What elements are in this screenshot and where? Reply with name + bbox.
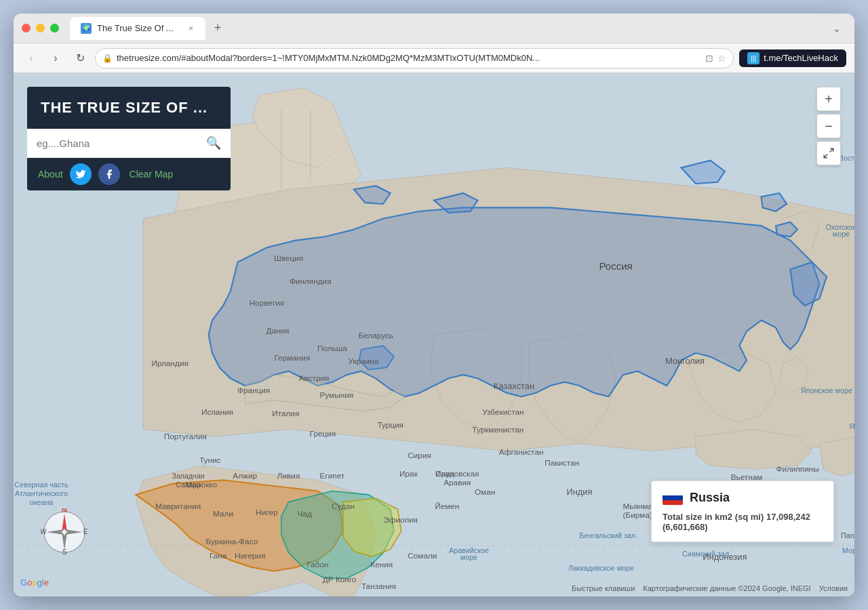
svg-text:Эфиопия: Эфиопия <box>383 515 418 524</box>
compass: N S W E <box>41 508 88 556</box>
svg-text:Оман: Оман <box>475 487 495 496</box>
svg-text:Португалия: Португалия <box>164 432 207 441</box>
svg-text:Сомали: Сомали <box>408 551 437 560</box>
svg-text:W: W <box>41 528 47 535</box>
russia-info-card: Russia Total size in km2 (sq mi) 17,098,… <box>651 481 834 542</box>
svg-text:Сирия: Сирия <box>408 451 431 460</box>
svg-text:Мавритания: Мавритания <box>155 502 201 510</box>
tab-title: The True Size Of ... <box>97 23 182 33</box>
svg-text:Ирак: Ирак <box>399 469 418 478</box>
browser-window: 🌍 The True Size Of ... × + ⌄ ‹ › ↻ 🔒 the… <box>14 14 854 596</box>
svg-text:N: N <box>62 508 67 514</box>
map-credits: Быстрые клавиши Картографические данные … <box>572 584 848 592</box>
info-card-header: Russia <box>663 491 823 505</box>
telegram-text: t.me/TechLiveHack <box>764 53 838 63</box>
nav-bar: ‹ › ↻ 🔒 thetruesize.com/#aboutModal?bord… <box>14 43 854 73</box>
close-window-button[interactable] <box>22 24 31 33</box>
size-label: Total size in km2 (sq mi) <box>663 512 764 522</box>
svg-text:Пакистан: Пакистан <box>545 458 579 467</box>
svg-text:Ирландия: Ирландия <box>152 359 189 367</box>
address-bar[interactable]: 🔒 thetruesize.com/#aboutModal?borders=1~… <box>95 48 734 68</box>
svg-text:Турция: Турция <box>377 420 403 429</box>
svg-text:Гана: Гана <box>210 551 227 560</box>
svg-text:Испания: Испания <box>201 407 233 416</box>
svg-text:Швеция: Швеция <box>274 253 303 262</box>
svg-text:Танзания: Танзания <box>361 582 396 590</box>
svg-text:Филиппины: Филиппины <box>776 464 818 473</box>
svg-text:Северная часть: Северная часть <box>14 481 68 489</box>
fullscreen-button[interactable] <box>816 141 841 165</box>
svg-text:Япония: Япония <box>849 422 854 430</box>
country-search-input[interactable] <box>27 129 197 157</box>
minimize-window-button[interactable] <box>36 24 45 33</box>
svg-text:Румыния: Румыния <box>319 390 353 399</box>
tabs-chevron-icon[interactable]: ⌄ <box>827 20 846 37</box>
app-title-box: THE TRUE SIZE OF ... <box>27 87 231 129</box>
map-data-credit: Картографические данные ©2024 Google, IN… <box>643 584 810 592</box>
translate-icon[interactable]: ⊡ <box>705 53 713 64</box>
search-button[interactable]: 🔍 <box>197 129 231 157</box>
telegram-badge[interactable]: ||| t.me/TechLiveHack <box>739 49 846 67</box>
keyboard-shortcuts[interactable]: Быстрые клавиши <box>572 584 635 592</box>
svg-text:Тунис: Тунис <box>199 455 221 464</box>
svg-text:S: S <box>62 548 67 556</box>
svg-text:море: море <box>833 230 850 238</box>
svg-text:Норвегия: Норвегия <box>250 298 285 307</box>
tab-close-button[interactable]: × <box>187 22 195 35</box>
bookmark-icon[interactable]: ☆ <box>717 53 726 64</box>
tab-favicon: 🌍 <box>81 23 92 34</box>
svg-text:Сиамский зал.: Сиамский зал. <box>682 550 731 558</box>
active-tab[interactable]: 🌍 The True Size Of ... × <box>70 17 205 40</box>
info-card-size: Total size in km2 (sq mi) 17,098,242 (6,… <box>663 512 823 532</box>
svg-text:Казахстан: Казахстан <box>494 381 534 391</box>
zoom-in-button[interactable]: + <box>816 87 841 111</box>
svg-text:Монголия: Монголия <box>665 356 705 366</box>
search-box[interactable]: 🔍 <box>27 129 231 158</box>
svg-text:Беларусь: Беларусь <box>358 331 393 340</box>
svg-text:Марокко: Марокко <box>186 480 218 489</box>
maximize-window-button[interactable] <box>50 24 59 33</box>
svg-text:Японское море: Японское море <box>801 386 852 394</box>
svg-text:Алжир: Алжир <box>233 471 257 480</box>
app-panel: THE TRUE SIZE OF ... 🔍 About Cle <box>27 87 231 190</box>
svg-text:океана: океана <box>30 498 54 506</box>
about-link[interactable]: About <box>38 169 63 180</box>
svg-line-82 <box>830 148 833 152</box>
back-button[interactable]: ‹ <box>22 49 41 68</box>
svg-text:Ливия: Ливия <box>277 471 300 480</box>
telegram-icon: ||| <box>747 52 760 64</box>
country-name: Russia <box>690 491 730 505</box>
svg-text:Греция: Греция <box>310 429 336 438</box>
svg-line-83 <box>824 155 827 158</box>
twitter-button[interactable] <box>70 163 92 185</box>
reload-button[interactable]: ↻ <box>71 49 90 68</box>
svg-text:E: E <box>83 528 88 535</box>
clear-map-button[interactable]: Clear Map <box>130 169 174 180</box>
svg-text:(Бирма): (Бирма) <box>623 510 652 519</box>
svg-text:Кения: Кения <box>370 560 393 569</box>
forward-button[interactable]: › <box>46 49 65 68</box>
svg-text:Мали: Мали <box>213 509 233 518</box>
russia-flag <box>663 491 683 505</box>
svg-text:Польша: Польша <box>317 344 347 352</box>
map-area[interactable]: Россия Швеция Финляндия Норвегия Дания П… <box>14 73 854 596</box>
traffic-lights <box>22 24 59 33</box>
app-footer: About Clear Map <box>27 158 231 190</box>
map-controls: + − <box>816 87 841 138</box>
svg-text:Судан: Судан <box>332 502 355 510</box>
svg-text:море: море <box>460 553 477 561</box>
svg-text:Россия: Россия <box>599 260 632 272</box>
svg-text:Западная: Западная <box>172 472 205 480</box>
svg-text:Нигерия: Нигерия <box>235 551 265 560</box>
svg-text:Узбекистан: Узбекистан <box>482 407 524 416</box>
terms-link[interactable]: Условия <box>819 584 848 592</box>
title-bar: 🌍 The True Size Of ... × + ⌄ <box>14 14 854 43</box>
address-bar-icons: ⊡ ☆ <box>705 53 726 64</box>
zoom-out-button[interactable]: − <box>816 114 841 138</box>
new-tab-button[interactable]: + <box>208 19 227 38</box>
svg-text:Чад: Чад <box>298 509 312 518</box>
facebook-button[interactable] <box>98 163 120 185</box>
svg-text:Йемен: Йемен <box>435 502 459 510</box>
svg-text:Восточно-: Восточно- <box>839 154 854 162</box>
svg-text:Украина: Украина <box>349 357 379 365</box>
